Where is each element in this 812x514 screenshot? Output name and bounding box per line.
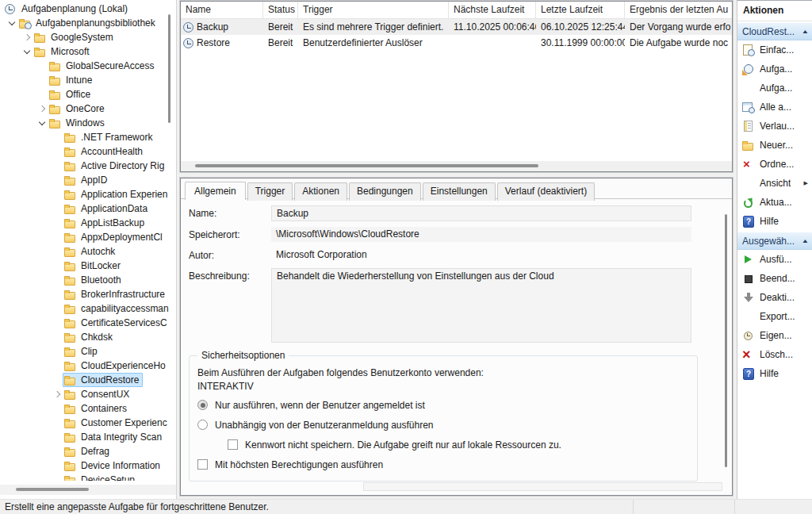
folder-icon [64,175,76,186]
tree-item-onecore[interactable]: OneCore [0,102,176,116]
chevron-expanded-icon[interactable] [6,17,17,29]
tree-horizontal-scrollbar-thumb[interactable] [16,488,89,491]
action-group-header-ausgewäh[interactable]: Ausgewäh...▲ [737,232,812,250]
action-neuer[interactable]: Neuer... [737,136,812,155]
tab-trigger[interactable]: Trigger [247,182,293,201]
radio-run-only-when-logged-on[interactable] [197,400,208,410]
tree-item-active-directory-rig[interactable]: Active Directory Rig [0,159,176,173]
tree-item-globalsecureaccess[interactable]: GlobalSecureAccess [0,59,176,73]
icon-spacer [742,178,755,190]
detail-vertical-scrollbar-thumb[interactable] [725,214,727,467]
tree-item-appid[interactable]: AppID [0,173,176,187]
folder-icon [64,447,76,457]
chevron-collapsed-icon[interactable] [21,32,33,43]
chevron-expanded-icon[interactable] [36,117,48,128]
tree-item-cloudrestore[interactable]: CloudRestore [0,373,176,387]
detail-horizontal-scrollbar[interactable] [363,482,722,491]
tree-item-applicationdata[interactable]: ApplicationData [0,201,176,216]
tab-bedingungen[interactable]: Bedingungen [349,182,421,201]
action-hilfe-2[interactable]: Hilfe [737,364,812,383]
tree-item-bitlocker[interactable]: BitLocker [0,259,176,273]
tree-item-clip[interactable]: Clip [0,344,176,359]
task-row-restore[interactable]: RestoreBereitBenutzerdefinierter Auslöse… [181,35,732,51]
checkbox-run-with-highest-privileges[interactable] [197,459,208,470]
tree-item-device-information[interactable]: Device Information [0,458,176,473]
tree-horizontal-scrollbar[interactable] [0,485,176,495]
column-header-letzte-laufzeit[interactable]: Letzte Laufzeit [536,2,625,18]
action-aktua[interactable]: Aktua... [737,193,812,212]
tab-aktionen[interactable]: Aktionen [294,182,347,201]
action-deakti[interactable]: Deakti... [737,288,812,307]
task-list-horizontal-scrollbar-thumb[interactable] [195,164,538,167]
action-ansicht[interactable]: Ansicht▶ [737,174,812,193]
task-cell: Der Vorgang wurde erfo [625,21,733,33]
radio-run-whether-logged-on[interactable] [197,420,208,430]
task-list-header: NameStatusTriggerNächste LaufzeitLetzte … [181,2,732,19]
tree-item-appxdeploymentcl[interactable]: AppxDeploymentCl [0,230,176,244]
tab-verlauf-deaktiviert[interactable]: Verlauf (deaktiviert) [497,182,595,201]
tree-item-net-framework[interactable]: .NET Framework [0,130,176,144]
column-header-trigger[interactable]: Trigger [298,2,449,18]
tab-allgemein[interactable]: Allgemein [185,182,246,200]
checkbox-do-not-store-password[interactable] [228,439,238,450]
action-beend[interactable]: Beend... [737,269,812,288]
tree-item-defrag[interactable]: Defrag [0,444,176,458]
tree-item-googlesystem[interactable]: GoogleSystem [0,30,176,44]
chevron-spacer [52,146,63,157]
description-label: Beschreibung: [189,268,271,282]
action-verlau[interactable]: Verlau... [737,117,812,136]
action-eigen[interactable]: Eigen... [737,326,812,345]
action-lösch[interactable]: Lösch... [737,345,812,364]
action-einfac[interactable]: Einfac... [737,40,812,59]
tree-item-microsoft[interactable]: Microsoft [0,44,176,59]
tree-item-data-integrity-scan[interactable]: Data Integrity Scan [0,430,176,444]
chevron-expanded-icon[interactable] [21,46,33,57]
tree-item-label: GoogleSystem [50,32,113,43]
chevron-collapsed-icon[interactable] [36,103,48,114]
tree-item-autochk[interactable]: Autochk [0,244,176,259]
task-list-horizontal-scrollbar[interactable] [181,161,732,171]
tree-item-devicesetup[interactable]: DeviceSetup [0,473,176,481]
chevron-spacer [52,232,63,243]
action-group-header-cloudrest[interactable]: CloudRest...▲ [737,23,812,40]
tree-item-brokerinfrastructure[interactable]: BrokerInfrastructure [0,287,176,301]
action-aufga[interactable]: Aufga... [737,59,812,79]
tab-einstellungen[interactable]: Einstellungen [423,182,496,201]
tree-item-office[interactable]: Office [0,87,176,102]
tree-item-certificateservicesc[interactable]: CertificateServicesC [0,316,176,330]
tree-item-consentux[interactable]: ConsentUX [0,387,176,401]
tree-item-cloudexperienceho[interactable]: CloudExperienceHo [0,359,176,373]
tree-item-label: Aufgabenplanungsbibliothek [35,17,155,29]
tree-vertical-scrollbar-thumb[interactable] [168,14,170,123]
task-row-backup[interactable]: BackupBereitEs sind mehrere Trigger defi… [181,19,732,35]
column-header-status[interactable]: Status [263,2,298,18]
chevron-spacer [52,374,63,386]
action-ausfü[interactable]: Ausfü... [737,250,812,269]
action-item-label: Alle a... [760,102,791,113]
column-header-ergebnis-der-letzten-au[interactable]: Ergebnis der letzten Au [625,2,733,18]
tree-item-application-experien[interactable]: Application Experien [0,187,176,201]
tree-item-chkdsk[interactable]: Chkdsk [0,330,176,344]
tree-item-bluetooth[interactable]: Bluetooth [0,273,176,287]
tree-item-aufgabenplanung-lokal[interactable]: Aufgabenplanung (Lokal) [0,2,176,16]
action-ordne[interactable]: Ordne... [737,155,812,174]
action-alle-a[interactable]: Alle a... [737,98,812,117]
tree-item-aufgabenplanungsbibliothek[interactable]: Aufgabenplanungsbibliothek [0,16,176,30]
task-name-value[interactable]: Backup [271,205,691,221]
column-header-name[interactable]: Name [181,2,263,18]
tree-item-capabilityaccessman[interactable]: capabilityaccessman [0,301,176,316]
chevron-collapsed-icon[interactable] [52,389,63,400]
tree-item-intune[interactable]: Intune [0,73,176,87]
tree-item-customer-experienc[interactable]: Customer Experienc [0,416,176,430]
action-hilfe[interactable]: Hilfe [737,212,812,231]
task-description-value[interactable]: Behandelt die Wiederherstellung von Eins… [271,268,691,343]
tree-item-applistbackup[interactable]: AppListBackup [0,216,176,230]
tree-item-containers[interactable]: Containers [0,401,176,416]
action-export[interactable]: Export... [737,307,812,326]
task-cell: Die Aufgabe wurde noc [625,37,733,48]
properties-icon [742,330,755,342]
column-header-nächste-laufzeit[interactable]: Nächste Laufzeit [449,2,536,18]
tree-item-accounthealth[interactable]: AccountHealth [0,144,176,159]
action-aufga-2[interactable]: Aufga... [737,79,812,98]
tree-item-windows[interactable]: Windows [0,116,176,130]
